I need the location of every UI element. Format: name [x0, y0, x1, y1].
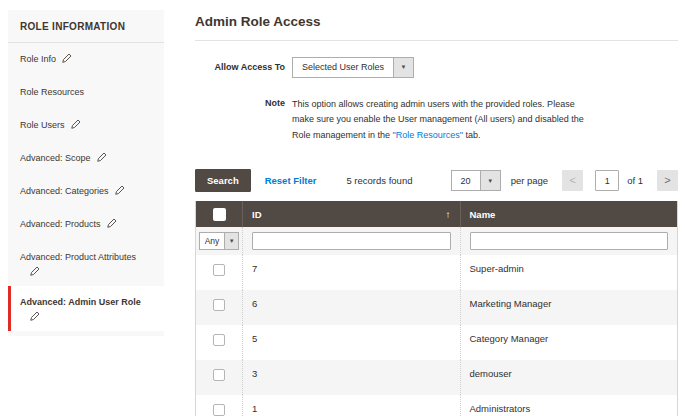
sidebar-item-label: Advanced: Admin User Role — [20, 297, 141, 307]
cell-name: Super-admin — [460, 255, 678, 290]
sort-ascending-icon: ↑ — [446, 209, 451, 220]
cell-name: demouser — [460, 360, 678, 395]
row-checkbox[interactable] — [213, 299, 225, 311]
name-filter-input[interactable] — [470, 232, 669, 250]
cell-id: 3 — [242, 360, 460, 395]
cell-name: Category Manager — [460, 325, 678, 360]
search-button[interactable]: Search — [195, 169, 251, 192]
sidebar-item-advanced-scope[interactable]: Advanced: Scope — [8, 142, 164, 175]
id-filter-input[interactable] — [252, 232, 451, 250]
edit-pencil-icon — [107, 218, 117, 228]
allow-access-select[interactable]: Selected User Roles ▼ — [292, 57, 414, 78]
grid-header-row: ID ↑ Name — [196, 201, 677, 227]
sidebar-item-label: Advanced: Categories — [20, 186, 109, 196]
sidebar-item-role-info[interactable]: Role Info — [8, 43, 164, 76]
cell-id: 5 — [242, 325, 460, 360]
page-number-input[interactable] — [595, 170, 619, 191]
edit-pencil-icon — [97, 152, 107, 162]
edit-pencil-icon — [30, 311, 160, 321]
grid-filter-row: Any ▼ — [196, 227, 677, 255]
roles-grid: ID ↑ Name Any ▼ 7 Super-admin 6 — [195, 201, 678, 416]
sidebar-item-advanced-product-attributes[interactable]: Advanced: Product Attributes — [8, 241, 164, 286]
sidebar-item-label: Role Info — [20, 54, 56, 64]
per-page-value: 20 — [452, 171, 480, 190]
column-header-name[interactable]: Name — [460, 201, 678, 227]
table-row[interactable]: 6 Marketing Manager — [196, 290, 677, 325]
row-checkbox[interactable] — [213, 264, 225, 276]
records-found-text: 5 records found — [346, 175, 412, 186]
cell-name: Administrators — [460, 395, 678, 416]
note-text-after: tab. — [463, 130, 481, 140]
column-header-id[interactable]: ID ↑ — [242, 201, 460, 227]
allow-access-selected-value: Selected User Roles — [293, 58, 393, 77]
sidebar-item-label: Advanced: Product Attributes — [20, 252, 136, 262]
sidebar-item-label: Advanced: Products — [20, 219, 101, 229]
note-label: Note — [195, 97, 285, 144]
pagination: 20 ▼ per page < of 1 > — [451, 170, 678, 191]
table-row[interactable]: 5 Category Manager — [196, 325, 677, 360]
chevron-down-icon: ▼ — [393, 58, 413, 77]
reset-filter-link[interactable]: Reset Filter — [265, 175, 317, 186]
cell-id: 1 — [242, 395, 460, 416]
role-information-sidebar: ROLE INFORMATION Role Info Role Resource… — [8, 10, 164, 336]
sidebar-item-advanced-admin-user-role[interactable]: Advanced: Admin User Role — [8, 286, 164, 331]
sidebar-item-role-users[interactable]: Role Users — [8, 109, 164, 142]
row-checkbox[interactable] — [213, 369, 225, 381]
chevron-down-icon: ▼ — [480, 171, 500, 190]
grid-toolbar: Search Reset Filter 5 records found 20 ▼… — [195, 169, 678, 192]
page-total-label: of 1 — [627, 175, 643, 186]
chevron-down-icon: ▼ — [224, 233, 238, 249]
per-page-label: per page — [511, 175, 549, 186]
role-resources-link[interactable]: "Role Resources" — [393, 130, 463, 140]
sidebar-item-advanced-products[interactable]: Advanced: Products — [8, 208, 164, 241]
table-row[interactable]: 3 demouser — [196, 360, 677, 395]
edit-pencil-icon — [115, 185, 125, 195]
note-text: This option allows creating admin users … — [292, 97, 594, 144]
per-page-select[interactable]: 20 ▼ — [451, 170, 501, 191]
cell-id: 7 — [242, 255, 460, 290]
previous-page-button[interactable]: < — [562, 170, 583, 191]
row-checkbox[interactable] — [213, 334, 225, 346]
cell-id: 6 — [242, 290, 460, 325]
sidebar-item-label: Advanced: Scope — [20, 153, 91, 163]
select-all-checkbox[interactable] — [213, 208, 226, 221]
sidebar-title: ROLE INFORMATION — [8, 10, 164, 43]
cell-name: Marketing Manager — [460, 290, 678, 325]
sidebar-item-label: Role Users — [20, 120, 65, 130]
select-filter-any[interactable]: Any ▼ — [199, 232, 240, 250]
note-row: Note This option allows creating admin u… — [195, 97, 678, 144]
sidebar-item-role-resources[interactable]: Role Resources — [8, 76, 164, 109]
edit-pencil-icon — [71, 119, 81, 129]
edit-pencil-icon — [62, 53, 72, 63]
allow-access-row: Allow Access To Selected User Roles ▼ — [195, 56, 678, 78]
next-page-button[interactable]: > — [657, 170, 678, 191]
edit-pencil-icon — [30, 266, 160, 276]
table-row[interactable]: 1 Administrators — [196, 395, 677, 416]
allow-access-label: Allow Access To — [195, 56, 285, 78]
admin-role-access-panel: Admin Role Access Allow Access To Select… — [195, 14, 678, 416]
sidebar-item-advanced-categories[interactable]: Advanced: Categories — [8, 175, 164, 208]
table-row[interactable]: 7 Super-admin — [196, 255, 677, 290]
row-checkbox[interactable] — [213, 404, 225, 416]
sidebar-item-label: Role Resources — [20, 87, 84, 97]
page-title: Admin Role Access — [195, 14, 678, 41]
